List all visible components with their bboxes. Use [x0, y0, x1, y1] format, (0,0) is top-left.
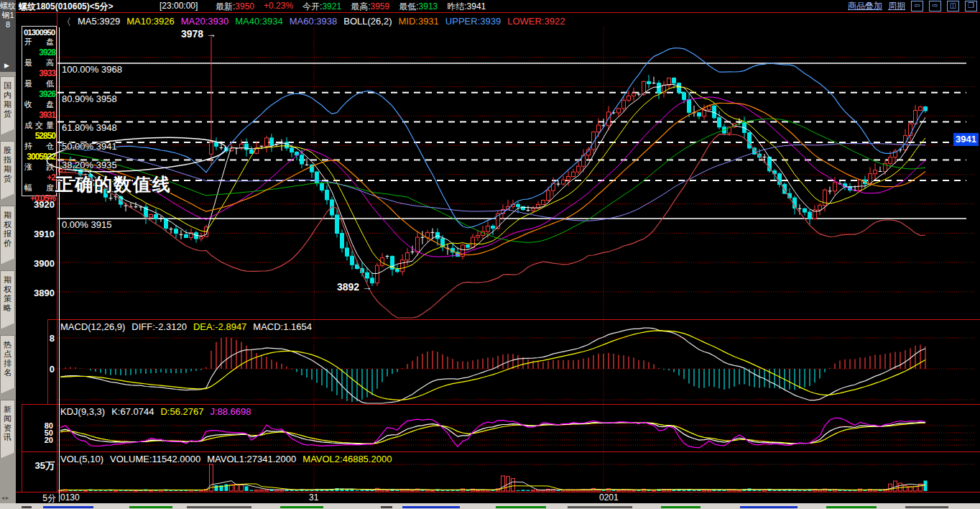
period-link[interactable]: 周期	[888, 0, 905, 12]
user-note-annotation: 正确的数值线	[55, 173, 172, 196]
side-tab-index-futures[interactable]: 股指期货	[0, 141, 15, 200]
split-window-icon[interactable]: ◫	[947, 1, 959, 12]
fib-level-label: 80.90% 3958	[62, 93, 117, 104]
session-high: 最高:3959	[351, 1, 389, 13]
fib-level-label: 50.00% 3941	[62, 141, 117, 152]
back-arrow-icon[interactable]: ⇦	[911, 1, 923, 12]
clock: [23:00:00]	[160, 1, 198, 11]
session-low: 最低:3913	[399, 1, 438, 13]
fib-level-label: 100.00% 3968	[62, 64, 122, 75]
session-open: 今开:3921	[302, 1, 341, 13]
cascade-window-icon[interactable]: ❐	[965, 1, 977, 12]
fib-level-label: 61.80% 3948	[62, 122, 117, 133]
vol-header: VOL(5,10) VOLUME:11542.0000 MAVOL1:27341…	[60, 454, 392, 464]
commodity-overlay-link[interactable]: 商品叠加	[848, 0, 882, 12]
side-tab-hot-ranking[interactable]: 热点排名	[0, 335, 15, 394]
expand-arrow-icon[interactable]: ▶	[4, 62, 9, 69]
prev-settle: 昨结:3941	[447, 1, 486, 13]
side-tab-active-contract[interactable]: 螺纹钢18	[0, 0, 16, 72]
period-low-annotation: 3892 →	[337, 281, 372, 293]
strip-scroll-icons[interactable]: ◂▸	[1, 495, 10, 501]
left-tab-strip: 螺纹钢18 ▶ 国内期货 股指期货 期权报价 期权策略 热点排名 新闻资讯 ◂▸	[0, 0, 16, 503]
quote-summary: 最新:3950 +0.23% 今开:3921 最高:3959 最低:3913 昨…	[216, 1, 486, 13]
period-high-annotation: 3978 →	[181, 28, 216, 40]
last-price: 最新:3950	[216, 1, 254, 13]
collapse-chart-icon[interactable]: 〈	[62, 16, 71, 29]
fib-level-label: 38.20% 3935	[62, 160, 117, 170]
side-tab-option-quotes[interactable]: 期权报价	[0, 206, 15, 265]
side-tab-option-strategy[interactable]: 期权策略	[0, 270, 15, 329]
main-indicator-header: 〈 MA5:3929 MA10:3926 MA20:3930 MA40:3934…	[62, 16, 565, 29]
chart-canvas[interactable]	[0, 0, 980, 509]
change-percent: +0.23%	[264, 1, 293, 13]
title-bar: 螺纹1805(010605)<5分> [23:00:00] 最新:3950 +0…	[16, 0, 980, 12]
fib-price-tag: 3941	[953, 133, 979, 146]
contract-title: 螺纹1805(010605)<5分>	[19, 1, 113, 13]
forward-arrow-icon[interactable]: ⇨	[929, 1, 941, 12]
side-tab-news[interactable]: 新闻资讯	[0, 400, 15, 459]
kdj-header: KDJ(9,3,3) K:67.0744 D:56.2767 J:88.6698	[60, 406, 251, 417]
fib-level-label: 0.00% 3915	[62, 219, 111, 230]
side-tab-domestic-futures[interactable]: 国内期货	[0, 76, 15, 135]
status-bar	[0, 503, 980, 509]
macd-header: MACD(12,26,9) DIFF:-2.3120 DEA:-2.8947 M…	[60, 321, 312, 332]
